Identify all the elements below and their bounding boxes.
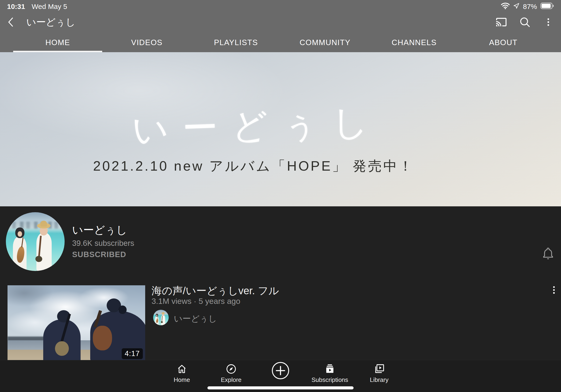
nav-subscriptions[interactable]: Subscriptions xyxy=(312,363,347,383)
channel-avatar[interactable] xyxy=(6,212,65,271)
bell-icon xyxy=(541,246,555,261)
cast-icon xyxy=(496,16,507,28)
status-bar: 10:31 Wed May 5 87% xyxy=(0,0,561,11)
nav-home-label: Home xyxy=(174,376,190,383)
clock: 10:31 xyxy=(7,3,25,11)
wifi-icon xyxy=(501,2,510,11)
nav-explore[interactable]: Explore xyxy=(214,363,249,383)
channel-avatar-photo xyxy=(6,212,65,271)
cast-button[interactable] xyxy=(496,16,507,28)
subscriber-count: 39.6K subscribers xyxy=(72,239,134,248)
channel-tabs: HOME VIDEOS PLAYLISTS COMMUNITY CHANNELS… xyxy=(13,33,548,52)
tab-home[interactable]: HOME xyxy=(13,33,102,52)
video-duration-badge: 4:17 xyxy=(122,348,143,359)
tab-community[interactable]: COMMUNITY xyxy=(280,33,369,52)
subscriptions-icon xyxy=(324,363,335,375)
notification-bell-button[interactable] xyxy=(541,246,555,261)
search-icon xyxy=(519,16,530,28)
battery-percent: 87% xyxy=(523,3,537,11)
home-icon xyxy=(176,363,187,375)
home-indicator-bar[interactable] xyxy=(207,386,354,389)
create-icon xyxy=(271,361,290,380)
header-more-button[interactable] xyxy=(543,16,554,28)
video-meta: 3.1M views · 5 years ago xyxy=(151,297,240,306)
nav-library-label: Library xyxy=(370,376,388,383)
tab-playlists[interactable]: PLAYLISTS xyxy=(192,33,280,52)
more-vertical-icon xyxy=(547,18,550,26)
back-button[interactable] xyxy=(7,15,17,29)
nav-library[interactable]: Library xyxy=(362,363,397,383)
battery-icon xyxy=(540,3,554,11)
header-actions xyxy=(496,16,554,28)
video-channel-name: いーどぅし xyxy=(174,313,217,325)
banner-subtitle: 2021.2.10 new アルバム「HOPE」 発売中！ xyxy=(0,157,534,175)
nav-home[interactable]: Home xyxy=(164,363,199,383)
status-right: 87% xyxy=(501,2,554,11)
channel-header-row: いーどぅし xyxy=(0,11,561,33)
video-more-button[interactable] xyxy=(550,284,558,296)
tab-channels[interactable]: CHANNELS xyxy=(369,33,459,52)
more-vertical-icon xyxy=(553,286,555,294)
date: Wed May 5 xyxy=(32,3,67,11)
status-left: 10:31 Wed May 5 xyxy=(7,3,67,11)
youtube-channel-screen: 10:31 Wed May 5 87% xyxy=(0,0,561,392)
explore-icon xyxy=(226,363,237,375)
channel-banner: いーどぅし 2021.2.10 new アルバム「HOPE」 発売中！ xyxy=(0,52,561,206)
video-title[interactable]: 海の声/いーどぅしver. フル xyxy=(151,284,279,298)
back-chevron-icon xyxy=(7,16,15,28)
library-icon xyxy=(374,363,385,375)
nav-subscriptions-label: Subscriptions xyxy=(312,376,348,383)
nav-explore-label: Explore xyxy=(221,376,241,383)
nav-create[interactable] xyxy=(263,363,298,383)
subscribed-button[interactable]: SUBSCRIBED xyxy=(72,250,126,259)
tab-about[interactable]: ABOUT xyxy=(459,33,548,52)
video-channel-avatar-photo xyxy=(153,310,169,325)
tab-videos[interactable]: VIDEOS xyxy=(102,33,191,52)
video-channel-avatar[interactable] xyxy=(153,310,169,325)
search-button[interactable] xyxy=(519,16,530,28)
app-header: 10:31 Wed May 5 87% xyxy=(0,0,561,52)
channel-title: いーどぅし xyxy=(26,16,76,29)
video-thumbnail[interactable]: 4:17 xyxy=(8,285,145,363)
location-icon xyxy=(513,3,520,11)
channel-name: いーどぅし xyxy=(72,223,127,237)
